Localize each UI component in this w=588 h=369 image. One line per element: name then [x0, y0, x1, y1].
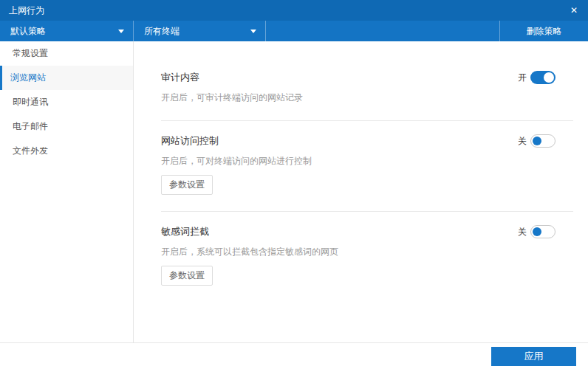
terminal-dropdown[interactable]: 所有终端 — [134, 21, 266, 41]
apply-button[interactable]: 应用 — [491, 347, 576, 366]
toggle-group: 开 — [518, 71, 555, 84]
setting-section-sensitive-word-blocking: 敏感词拦截 关 开启后，系统可以拦截包含指定敏感词的网页 参数设置 — [161, 225, 573, 286]
setting-section-audit-content: 审计内容 开 开启后，可审计终端访问的网站记录 — [161, 71, 573, 104]
toggle-state-label: 关 — [518, 226, 527, 238]
toolbar-spacer — [266, 21, 499, 41]
section-divider — [161, 120, 573, 121]
toggle-knob — [544, 72, 554, 83]
setting-title: 网站访问控制 — [161, 134, 219, 148]
title-bar: 上网行为 ✕ — [0, 0, 588, 21]
delete-policy-button[interactable]: 删除策略 — [499, 21, 588, 41]
setting-section-website-access-control: 网站访问控制 关 开启后，可对终端访问的网站进行控制 参数设置 — [161, 134, 573, 195]
setting-title: 审计内容 — [161, 71, 199, 84]
params-settings-button[interactable]: 参数设置 — [161, 266, 213, 286]
policy-dropdown-value: 默认策略 — [10, 25, 46, 38]
policy-toolbar: 默认策略 所有终端 删除策略 — [0, 21, 588, 41]
setting-description: 开启后，可审计终端访问的网站记录 — [161, 92, 573, 104]
params-settings-button[interactable]: 参数设置 — [161, 175, 213, 195]
sidebar-item-file-outgoing[interactable]: 文件外发 — [0, 139, 133, 163]
policy-dropdown[interactable]: 默认策略 — [0, 21, 134, 41]
section-header: 网站访问控制 关 — [161, 134, 573, 148]
website-access-control-toggle[interactable] — [530, 134, 555, 148]
sensitive-word-blocking-toggle[interactable] — [530, 225, 555, 238]
chevron-down-icon — [118, 30, 124, 33]
dialog-footer: 应用 — [0, 342, 588, 369]
sidebar-item-email[interactable]: 电子邮件 — [0, 114, 133, 139]
setting-description: 开启后，可对终端访问的网站进行控制 — [161, 155, 573, 168]
toggle-group: 关 — [518, 134, 555, 148]
toggle-group: 关 — [518, 225, 555, 238]
section-header: 审计内容 开 — [161, 71, 573, 84]
terminal-dropdown-value: 所有终端 — [144, 25, 180, 38]
section-header: 敏感词拦截 关 — [161, 225, 573, 238]
sidebar-item-browse-websites[interactable]: 浏览网站 — [0, 66, 133, 90]
sidebar-item-general-settings[interactable]: 常规设置 — [0, 41, 133, 66]
close-icon[interactable]: ✕ — [570, 6, 578, 15]
toggle-knob — [533, 227, 541, 236]
internet-behavior-dialog: 上网行为 ✕ 默认策略 所有终端 删除策略 常规设置 浏览网站 即时通讯 电子邮… — [0, 0, 588, 369]
section-divider — [161, 211, 573, 212]
sidebar-item-instant-messaging[interactable]: 即时通讯 — [0, 90, 133, 114]
setting-description: 开启后，系统可以拦截包含指定敏感词的网页 — [161, 246, 573, 258]
setting-title: 敏感词拦截 — [161, 225, 209, 238]
toggle-state-label: 关 — [518, 135, 527, 148]
audit-content-toggle[interactable] — [530, 71, 555, 84]
dialog-body: 常规设置 浏览网站 即时通讯 电子邮件 文件外发 审计内容 开 开启后，可审计终… — [0, 41, 588, 342]
chevron-down-icon — [250, 30, 256, 33]
settings-panel: 审计内容 开 开启后，可审计终端访问的网站记录 网站访问控制 关 — [134, 41, 588, 342]
dialog-title: 上网行为 — [9, 4, 44, 17]
toggle-state-label: 开 — [518, 72, 527, 84]
sidebar: 常规设置 浏览网站 即时通讯 电子邮件 文件外发 — [0, 41, 134, 342]
toggle-knob — [533, 137, 541, 145]
